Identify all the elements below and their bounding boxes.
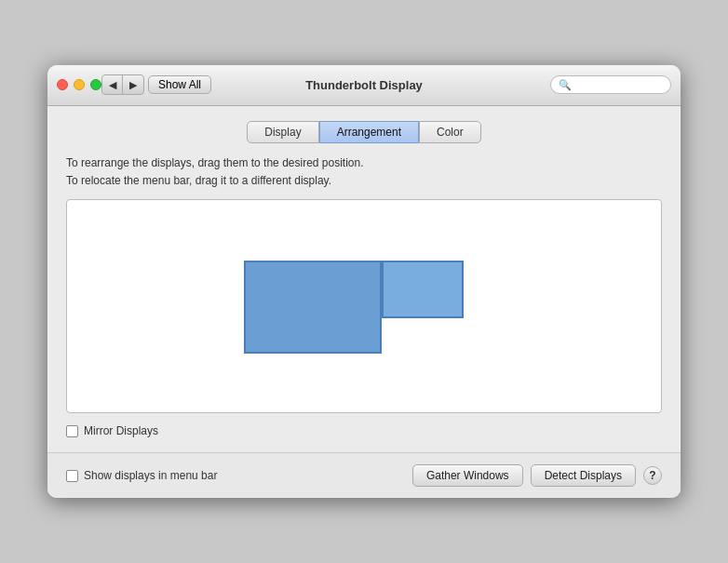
show-in-menu-bar-checkbox[interactable] (66, 470, 78, 482)
mirror-displays-label: Mirror Displays (84, 424, 158, 437)
gather-windows-button[interactable]: Gather Windows (412, 464, 523, 487)
close-button[interactable] (57, 79, 68, 90)
tab-bar: Display Arrangement Color (66, 121, 662, 143)
mirror-displays-row: Mirror Displays (66, 424, 662, 437)
detect-displays-button[interactable]: Detect Displays (531, 464, 636, 487)
show-in-menu-bar-label: Show displays in menu bar (84, 469, 217, 482)
info-text: To rearrange the displays, drag them to … (66, 154, 662, 190)
search-box[interactable]: 🔍 (550, 75, 671, 94)
help-button[interactable]: ? (643, 466, 662, 485)
show-all-button[interactable]: Show All (148, 75, 211, 94)
search-icon: 🔍 (559, 79, 572, 91)
forward-button[interactable]: ▶ (123, 75, 143, 94)
back-button[interactable]: ◀ (102, 75, 123, 94)
show-menu-bar-row: Show displays in menu bar (66, 469, 217, 482)
nav-buttons: ◀ ▶ (101, 74, 144, 95)
minimize-button[interactable] (74, 79, 85, 90)
mirror-displays-checkbox[interactable] (66, 425, 78, 437)
display-main[interactable] (244, 261, 382, 354)
tab-arrangement[interactable]: Arrangement (319, 121, 419, 143)
titlebar: ◀ ▶ Show All Thunderbolt Display 🔍 (47, 65, 681, 106)
bottom-bar: Show displays in menu bar Gather Windows… (47, 452, 681, 498)
display-secondary[interactable] (382, 261, 464, 318)
tab-color[interactable]: Color (419, 121, 481, 143)
window-title: Thunderbolt Display (305, 78, 423, 92)
bottom-buttons: Gather Windows Detect Displays ? (412, 464, 662, 487)
tab-display[interactable]: Display (247, 121, 318, 143)
main-content: Display Arrangement Color To rearrange t… (47, 106, 681, 452)
traffic-lights (57, 79, 101, 90)
main-window: ◀ ▶ Show All Thunderbolt Display 🔍 Displ… (47, 65, 681, 498)
maximize-button[interactable] (90, 79, 101, 90)
display-canvas[interactable] (66, 199, 662, 413)
